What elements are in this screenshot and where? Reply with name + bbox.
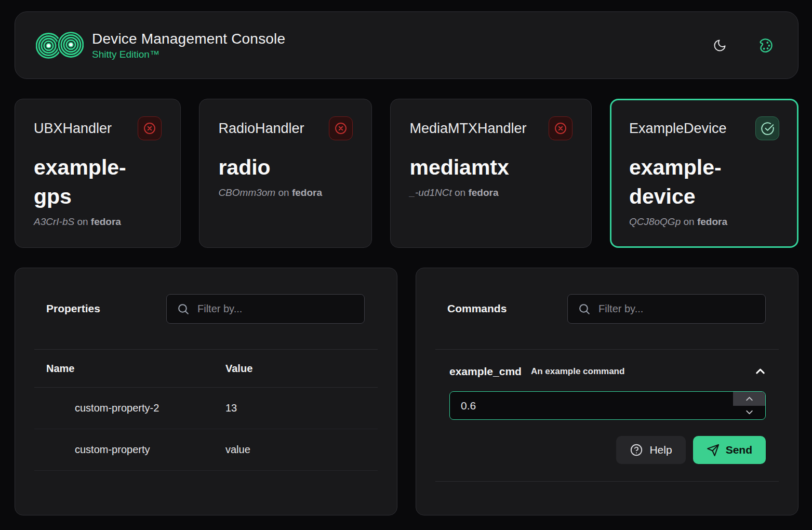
number-stepper <box>733 392 765 419</box>
device-host: fedora <box>468 187 498 198</box>
circle-x-icon <box>334 122 348 135</box>
device-name: mediamtx <box>409 153 573 182</box>
property-name-cell: custom-property <box>34 444 225 456</box>
status-badge <box>549 116 573 140</box>
command-argument-input[interactable] <box>450 392 733 419</box>
device-id: CBOmm3om <box>218 187 275 198</box>
stepper-down-button[interactable] <box>733 406 765 420</box>
page-subtitle: Shitty Edition™ <box>92 49 285 60</box>
properties-filter-input[interactable] <box>197 303 354 315</box>
device-id: QCJ8oQGp <box>629 216 681 227</box>
command-argument-input-group <box>449 391 766 420</box>
commands-panel-title: Commands <box>447 302 507 315</box>
detail-panels: Properties Name Value custom-property-2 … <box>15 268 798 515</box>
search-icon <box>578 302 591 315</box>
command-actions: Help Send <box>435 436 766 464</box>
device-subtitle: QCJ8oQGp on fedora <box>629 216 779 228</box>
device-name: example-device <box>629 153 779 211</box>
command-accordion-header[interactable]: example_cmd An example command <box>435 350 779 378</box>
paper-plane-icon <box>707 444 720 457</box>
properties-table-header: Name Value <box>34 350 378 388</box>
device-subtitle: _-ud1NCt on fedora <box>409 187 573 198</box>
circle-question-icon <box>630 443 643 457</box>
properties-panel: Properties Name Value custom-property-2 … <box>15 268 397 515</box>
device-host: fedora <box>91 216 121 227</box>
device-host: fedora <box>697 216 727 227</box>
app-logo-icon <box>36 24 84 66</box>
property-value-cell: 13 <box>225 402 378 414</box>
on-label: on <box>684 216 695 227</box>
send-button[interactable]: Send <box>693 436 766 464</box>
device-card-ubxhandler[interactable]: UBXHandler example-gps A3CrI-bS on fedor… <box>15 99 181 248</box>
device-name: radio <box>218 153 353 182</box>
chevron-up-icon <box>744 393 755 404</box>
properties-filter <box>166 294 365 324</box>
on-label: on <box>278 187 289 198</box>
chevron-up-icon <box>753 364 767 378</box>
send-button-label: Send <box>726 444 752 456</box>
command-name: example_cmd <box>449 365 522 378</box>
circle-x-icon <box>143 122 156 135</box>
commands-filter <box>567 294 766 324</box>
status-badge <box>138 116 162 140</box>
theme-toggle-button[interactable] <box>708 33 731 57</box>
device-id: _-ud1NCt <box>409 187 451 198</box>
on-label: on <box>455 187 465 198</box>
search-icon <box>177 302 190 315</box>
handler-name: MediaMTXHandler <box>409 121 526 137</box>
property-name-cell: custom-property-2 <box>34 402 225 414</box>
device-host: fedora <box>292 187 322 198</box>
on-label: on <box>77 216 88 227</box>
status-badge <box>755 116 779 140</box>
stepper-up-button[interactable] <box>733 392 765 406</box>
circle-check-icon <box>761 122 775 136</box>
handler-name: UBXHandler <box>34 121 112 137</box>
palette-button[interactable] <box>753 33 777 57</box>
properties-panel-title: Properties <box>46 302 100 315</box>
commands-bottom-divider <box>435 481 779 482</box>
help-button[interactable]: Help <box>616 436 685 464</box>
help-button-label: Help <box>649 444 672 456</box>
commands-panel: Commands example_cmd An example command <box>416 268 798 515</box>
device-card-mediamtxhandler[interactable]: MediaMTXHandler mediamtx _-ud1NCt on fed… <box>390 99 592 248</box>
device-card-exampledevice-selected[interactable]: ExampleDevice example-device QCJ8oQGp on… <box>610 99 798 248</box>
app-header: Device Management Console Shitty Edition… <box>15 11 798 79</box>
device-card-row: UBXHandler example-gps A3CrI-bS on fedor… <box>15 99 798 248</box>
device-id: A3CrI-bS <box>34 216 74 227</box>
palette-icon <box>758 38 773 53</box>
property-value-cell: value <box>225 444 378 456</box>
device-card-radiohandler[interactable]: RadioHandler radio CBOmm3om on fedora <box>199 99 372 248</box>
table-row: custom-property value <box>34 429 378 471</box>
device-subtitle: CBOmm3om on fedora <box>218 187 353 198</box>
table-row: custom-property-2 13 <box>34 388 378 429</box>
chevron-down-icon <box>744 407 755 418</box>
handler-name: RadioHandler <box>218 121 304 137</box>
commands-filter-input[interactable] <box>598 303 755 315</box>
column-header-value: Value <box>225 363 378 375</box>
command-description: An example command <box>531 366 624 377</box>
column-header-name: Name <box>34 363 225 375</box>
device-subtitle: A3CrI-bS on fedora <box>34 216 162 228</box>
handler-name: ExampleDevice <box>629 121 727 137</box>
device-name: example-gps <box>34 153 162 211</box>
moon-icon <box>713 38 727 52</box>
status-badge <box>329 116 353 140</box>
page-title: Device Management Console <box>92 31 285 47</box>
circle-x-icon <box>554 122 567 135</box>
